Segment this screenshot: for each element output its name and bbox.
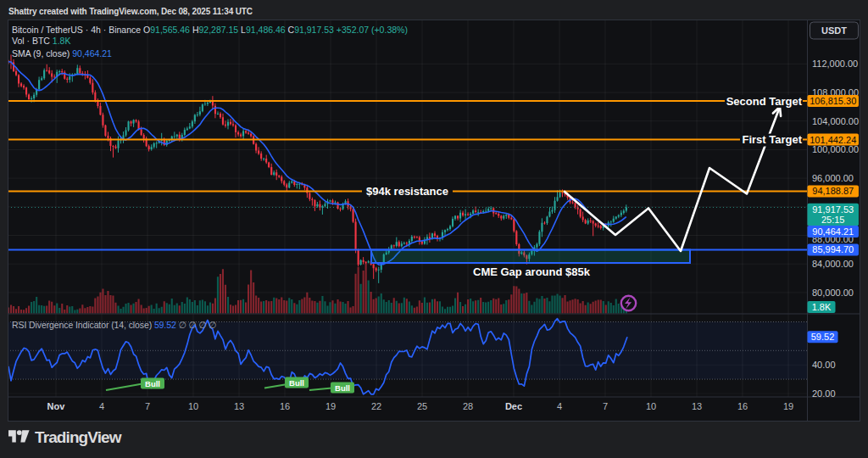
svg-text:16: 16 [280, 401, 290, 411]
svg-text:13: 13 [234, 401, 244, 411]
svg-text:80,000.00: 80,000.00 [812, 288, 854, 298]
svg-text:13: 13 [692, 401, 702, 411]
svg-text:SMA (9, close) 90,464.21: SMA (9, close) 90,464.21 [12, 48, 112, 59]
svg-text:7: 7 [145, 401, 150, 411]
svg-text:94,188.87: 94,188.87 [812, 186, 854, 196]
svg-text:10: 10 [646, 401, 656, 411]
svg-text:90,464.21: 90,464.21 [812, 226, 854, 237]
svg-text:28: 28 [463, 401, 473, 411]
svg-text:First Target: First Target [742, 133, 802, 146]
svg-text:Vol · BTC 1.8K: Vol · BTC 1.8K [12, 36, 70, 46]
svg-text:25:15: 25:15 [821, 215, 845, 225]
svg-text:Dec: Dec [505, 401, 522, 411]
svg-text:91,917.53: 91,917.53 [812, 204, 854, 215]
svg-text:Nov: Nov [47, 401, 66, 411]
svg-text:Bull: Bull [289, 378, 304, 388]
svg-text:1.8K: 1.8K [812, 302, 832, 312]
svg-text:Second Target: Second Target [726, 95, 803, 108]
svg-text:Shattry created with TradingVi: Shattry created with TradingView.com, De… [8, 7, 253, 16]
svg-text:10: 10 [188, 401, 198, 411]
svg-text:20.00: 20.00 [812, 388, 836, 399]
svg-text:96,000.00: 96,000.00 [812, 173, 854, 183]
svg-text:59.52: 59.52 [811, 332, 835, 342]
svg-text:84,000.00: 84,000.00 [812, 259, 854, 269]
svg-text:4: 4 [99, 401, 104, 411]
svg-text:RSI Divergence Indicator (14,: RSI Divergence Indicator (14, close) 59.… [12, 320, 216, 330]
svg-text:22: 22 [371, 401, 381, 411]
svg-text:TradingView: TradingView [35, 428, 122, 446]
svg-text:85,994.70: 85,994.70 [812, 244, 854, 254]
svg-text:112,000.00: 112,000.00 [812, 59, 858, 69]
svg-text:16: 16 [737, 401, 748, 411]
svg-text:101,442.24: 101,442.24 [810, 135, 856, 145]
svg-text:Bitcoin / TetherUS · 4h · Bina: Bitcoin / TetherUS · 4h · Binance O91,56… [12, 25, 408, 35]
svg-text:Bull: Bull [335, 383, 350, 393]
svg-text:4: 4 [557, 401, 562, 411]
svg-text:19: 19 [783, 401, 793, 411]
svg-text:40.00: 40.00 [812, 360, 836, 370]
svg-text:100,000.00: 100,000.00 [812, 144, 859, 154]
svg-text:7: 7 [603, 401, 608, 411]
svg-text:106,815.30: 106,815.30 [810, 96, 856, 106]
svg-text:19: 19 [326, 401, 336, 411]
svg-text:$94k resistance: $94k resistance [366, 185, 448, 198]
svg-text:104,000.00: 104,000.00 [812, 116, 859, 126]
svg-text:Bull: Bull [145, 379, 160, 388]
svg-text:USDT: USDT [821, 25, 847, 36]
svg-text:CME Gap around $85k: CME Gap around $85k [473, 265, 591, 278]
svg-text:25: 25 [417, 401, 427, 411]
